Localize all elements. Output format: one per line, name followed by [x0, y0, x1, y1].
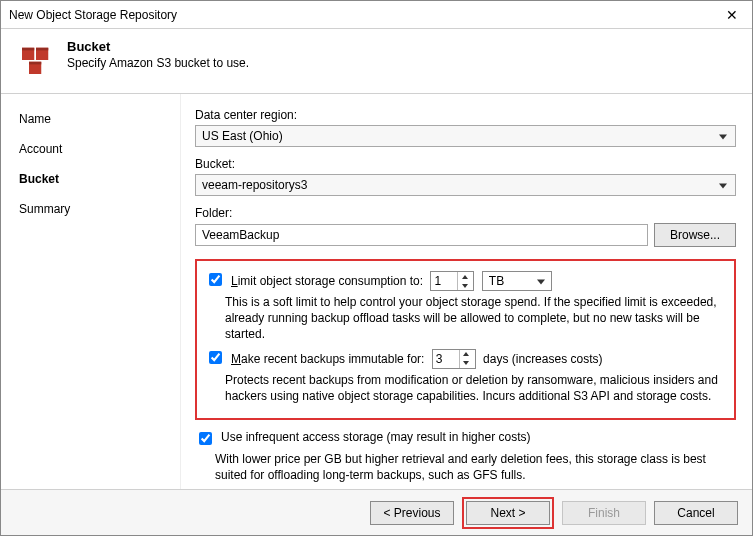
immutable-suffix: days (increases costs)	[483, 352, 602, 366]
immutable-stepper-up[interactable]	[460, 350, 473, 359]
immutable-description: Protects recent backups from modificatio…	[225, 372, 726, 404]
limit-consumption-label: Limit object storage consumption to: TB	[231, 271, 552, 291]
immutable-days-input[interactable]	[433, 350, 459, 368]
bucket-value: veeam-repositorys3	[202, 178, 307, 192]
limit-consumption-checkbox[interactable]	[209, 273, 222, 286]
folder-value: VeeamBackup	[202, 228, 279, 242]
browse-button[interactable]: Browse...	[654, 223, 736, 247]
highlighted-options-group: Limit object storage consumption to: TB …	[195, 259, 736, 420]
titlebar: New Object Storage Repository ✕	[1, 1, 752, 29]
main-panel: Data center region: US East (Ohio) Bucke…	[181, 94, 752, 490]
next-button-highlight: Next >	[462, 497, 554, 529]
limit-value-stepper[interactable]	[430, 271, 474, 291]
bucket-select[interactable]: veeam-repositorys3	[195, 174, 736, 196]
cancel-button[interactable]: Cancel	[654, 501, 738, 525]
limit-value-input[interactable]	[431, 272, 457, 290]
immutable-label: Make recent backups immutable for: days …	[231, 349, 602, 369]
sidebar-item-bucket[interactable]: Bucket	[15, 164, 180, 194]
wizard-steps-sidebar: Name Account Bucket Summary	[1, 94, 181, 490]
wizard-header: Bucket Specify Amazon S3 bucket to use.	[1, 29, 752, 94]
folder-input[interactable]: VeeamBackup	[195, 224, 648, 246]
wizard-footer: < Previous Next > Finish Cancel	[1, 489, 752, 535]
immutable-stepper-down[interactable]	[460, 359, 473, 368]
sidebar-item-summary[interactable]: Summary	[15, 194, 180, 224]
infrequent-access-checkbox[interactable]	[199, 432, 212, 445]
region-label: Data center region:	[195, 108, 736, 122]
infrequent-access-label: Use infrequent access storage (may resul…	[221, 430, 530, 444]
finish-button: Finish	[562, 501, 646, 525]
limit-unit-select[interactable]: TB	[482, 271, 552, 291]
previous-button[interactable]: < Previous	[370, 501, 454, 525]
limit-description: This is a soft limit to help control you…	[225, 294, 726, 343]
window-title: New Object Storage Repository	[9, 8, 177, 22]
header-title: Bucket	[67, 39, 249, 54]
next-button[interactable]: Next >	[466, 501, 550, 525]
infrequent-access-description: With lower price per GB but higher retri…	[215, 451, 736, 483]
close-icon[interactable]: ✕	[720, 7, 744, 23]
bucket-icon	[15, 39, 57, 81]
sidebar-item-name[interactable]: Name	[15, 104, 180, 134]
header-subtitle: Specify Amazon S3 bucket to use.	[67, 56, 249, 70]
immutable-checkbox[interactable]	[209, 351, 222, 364]
svg-rect-4	[36, 48, 48, 51]
folder-label: Folder:	[195, 206, 736, 220]
limit-stepper-down[interactable]	[458, 281, 471, 290]
limit-unit-value: TB	[489, 274, 504, 288]
svg-rect-3	[22, 48, 34, 51]
bucket-label: Bucket:	[195, 157, 736, 171]
svg-rect-5	[29, 62, 41, 65]
immutable-days-stepper[interactable]	[432, 349, 476, 369]
region-value: US East (Ohio)	[202, 129, 283, 143]
region-select[interactable]: US East (Ohio)	[195, 125, 736, 147]
sidebar-item-account[interactable]: Account	[15, 134, 180, 164]
limit-stepper-up[interactable]	[458, 272, 471, 281]
